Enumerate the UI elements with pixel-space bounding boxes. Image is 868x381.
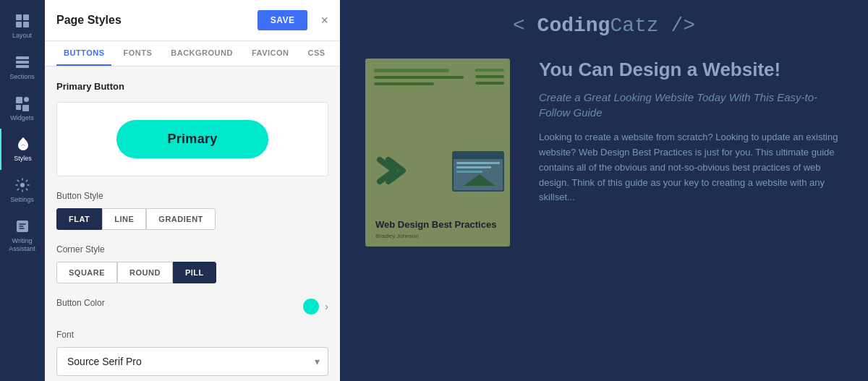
color-arrow-icon[interactable]: ›: [325, 301, 328, 312]
layout-icon: [14, 13, 30, 29]
panel-title: Page Styles: [56, 14, 122, 27]
font-select-wrapper: Source Serif Pro Open Sans Roboto Lato M…: [56, 347, 328, 376]
svg-rect-9: [16, 105, 21, 110]
font-select[interactable]: Source Serif Pro Open Sans Roboto Lato M…: [56, 347, 328, 376]
sidebar: Layout Sections Widgets: [0, 0, 45, 381]
style-flat-button[interactable]: FLAT: [56, 208, 102, 230]
styles-icon: [15, 136, 31, 152]
corner-style-group: SQUARE ROUND PILL: [56, 262, 328, 283]
panel-content: Primary Button Primary Button Style FLAT…: [45, 67, 340, 381]
sidebar-item-settings[interactable]: Settings: [0, 170, 44, 211]
site-title-brand: Coding: [537, 14, 610, 37]
book-cover-inner: Web Design Best Practices Bradley Johnso…: [365, 59, 510, 247]
book-title-text: Web Design Best Practices: [375, 219, 500, 231]
content-body: Looking to create a website from scratch…: [539, 130, 843, 205]
content-row: Web Design Best Practices Bradley Johnso…: [365, 59, 843, 247]
tab-favicon[interactable]: FAVICON: [244, 41, 297, 66]
button-preview-container: Primary: [56, 102, 328, 176]
svg-rect-3: [23, 22, 29, 27]
button-style-group: FLAT LINE GRADIENT: [56, 208, 328, 230]
svg-rect-4: [16, 56, 29, 59]
save-button[interactable]: SAVE: [258, 10, 308, 30]
tab-buttons[interactable]: BUTTONS: [56, 41, 111, 66]
svg-rect-6: [16, 65, 29, 68]
writing-icon: [14, 218, 30, 234]
button-style-label: Button Style: [56, 191, 328, 201]
svg-rect-5: [16, 61, 29, 64]
svg-point-11: [20, 183, 25, 187]
preview-area: < CodingCatz />: [340, 0, 868, 381]
corner-round-button[interactable]: ROUND: [117, 262, 173, 283]
sidebar-item-writing-assistant[interactable]: Writing Assistant: [0, 211, 44, 260]
tab-background[interactable]: BACKGROUND: [163, 41, 240, 66]
settings-icon: [14, 177, 30, 193]
svg-rect-8: [24, 97, 29, 102]
font-label: Font: [56, 330, 328, 340]
tab-css[interactable]: CSS: [301, 41, 333, 66]
color-swatch[interactable]: [303, 299, 319, 314]
svg-rect-2: [16, 22, 22, 27]
svg-marker-13: [464, 174, 495, 186]
svg-rect-1: [23, 14, 29, 20]
button-color-label: Button Color: [56, 298, 105, 308]
primary-preview-button[interactable]: Primary: [116, 120, 268, 158]
corner-style-label: Corner Style: [56, 244, 328, 254]
style-gradient-button[interactable]: GRADIENT: [146, 208, 215, 230]
svg-rect-0: [16, 14, 22, 20]
book-title-area: Web Design Best Practices Bradley Johnso…: [375, 219, 500, 239]
content-heading: You Can Design a Website!: [539, 59, 843, 81]
close-button[interactable]: ×: [320, 13, 328, 28]
sections-icon: [14, 54, 30, 70]
sidebar-item-styles[interactable]: Styles: [0, 129, 44, 170]
primary-button-label: Primary Button: [56, 81, 328, 92]
corner-square-button[interactable]: SQUARE: [56, 262, 117, 283]
button-color-row: Button Color ›: [56, 298, 328, 315]
style-line-button[interactable]: LINE: [102, 208, 146, 230]
book-subtitle-text: Bradley Johnson: [375, 233, 500, 239]
sidebar-item-layout[interactable]: Layout: [0, 6, 44, 47]
tab-fonts[interactable]: FONTS: [116, 41, 159, 66]
sidebar-item-widgets[interactable]: Widgets: [0, 88, 44, 129]
text-content: You Can Design a Website! Create a Great…: [539, 59, 843, 205]
svg-rect-7: [16, 97, 22, 103]
book-cover: Web Design Best Practices Bradley Johnso…: [365, 59, 510, 247]
page-styles-panel: Page Styles SAVE × BUTTONS FONTS BACKGRO…: [45, 0, 340, 381]
site-title-suffix: Catz />: [610, 14, 695, 37]
site-title-prefix: <: [513, 14, 537, 37]
site-header: < CodingCatz />: [513, 14, 695, 37]
corner-pill-button[interactable]: PILL: [173, 262, 216, 283]
sidebar-item-sections[interactable]: Sections: [0, 47, 44, 88]
content-subheading: Create a Great Looking Website Today Wit…: [539, 90, 843, 120]
panel-tabs: BUTTONS FONTS BACKGROUND FAVICON CSS: [45, 41, 340, 67]
svg-rect-10: [22, 105, 29, 111]
widgets-icon: [14, 95, 30, 111]
panel-header: Page Styles SAVE ×: [45, 0, 340, 41]
